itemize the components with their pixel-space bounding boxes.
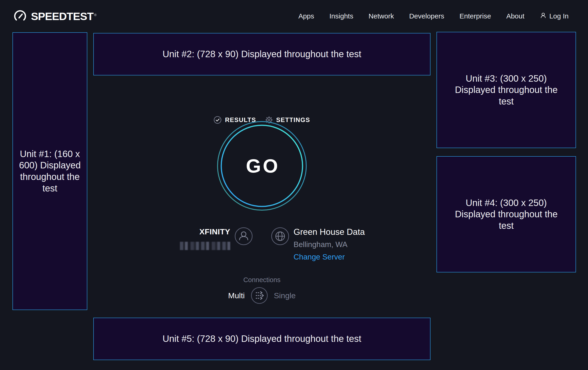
change-server-link[interactable]: Change Server xyxy=(294,252,345,261)
nav-item-network[interactable]: Network xyxy=(368,12,394,20)
isp-block: XFINITY xyxy=(180,227,253,250)
connections-toggle-row: Multi Single xyxy=(93,287,430,304)
multi-connection-arrows-icon[interactable] xyxy=(251,287,268,304)
ad-unit-1-skyscraper[interactable]: Unit #1: (160 x 600) Displayed throughou… xyxy=(12,32,87,310)
ad-unit-2-text: Unit #2: (728 x 90) Displayed throughout… xyxy=(163,49,361,60)
login-link[interactable]: Log In xyxy=(540,12,569,20)
speedtest-logo[interactable]: SPEEDTEST® xyxy=(13,9,96,23)
connections-single-option[interactable]: Single xyxy=(274,291,296,300)
ad-unit-1-text: Unit #1: (160 x 600) Displayed throughou… xyxy=(15,148,84,194)
server-block: Green House Data Bellingham, WA Change S… xyxy=(271,227,365,261)
trademark-symbol: ® xyxy=(94,13,96,17)
ad-unit-3-rectangle[interactable]: Unit #3: (300 x 250) Displayed throughou… xyxy=(437,32,576,148)
logo-wordmark: SPEEDTEST® xyxy=(31,10,96,23)
go-button[interactable]: GO xyxy=(217,121,307,211)
globe-icon xyxy=(271,227,289,246)
ad-unit-2-banner[interactable]: Unit #2: (728 x 90) Displayed throughout… xyxy=(93,33,430,75)
connections-multi-option[interactable]: Multi xyxy=(228,291,245,300)
ad-unit-3-text: Unit #3: (300 x 250) Displayed throughou… xyxy=(451,73,562,107)
nav-item-insights[interactable]: Insights xyxy=(329,12,353,20)
server-location: Bellingham, WA xyxy=(294,240,365,249)
nav-item-enterprise[interactable]: Enterprise xyxy=(459,12,491,20)
main-nav: Apps Insights Network Developers Enterpr… xyxy=(298,12,569,20)
ad-unit-5-banner[interactable]: Unit #5: (728 x 90) Displayed throughout… xyxy=(93,318,430,360)
nav-item-developers[interactable]: Developers xyxy=(409,12,444,20)
isp-name: XFINITY xyxy=(180,227,230,236)
main-content: Unit #2: (728 x 90) Displayed throughout… xyxy=(93,32,430,370)
ad-unit-4-rectangle[interactable]: Unit #4: (300 x 250) Displayed throughou… xyxy=(437,156,576,272)
user-circle-icon xyxy=(234,227,253,246)
nav-item-apps[interactable]: Apps xyxy=(298,12,314,20)
nav-item-about[interactable]: About xyxy=(506,12,524,20)
speedtest-gauge-icon xyxy=(13,9,27,23)
server-name: Green House Data xyxy=(294,227,365,237)
user-icon xyxy=(540,12,547,20)
connections-label: Connections xyxy=(93,275,430,284)
ad-unit-4-text: Unit #4: (300 x 250) Displayed throughou… xyxy=(451,197,562,232)
login-label: Log In xyxy=(549,12,569,20)
ad-unit-5-text: Unit #5: (728 x 90) Displayed throughout… xyxy=(163,333,361,345)
header: SPEEDTEST® Apps Insights Network Develop… xyxy=(0,0,588,32)
go-label: GO xyxy=(217,121,307,211)
isp-detail-redacted xyxy=(180,242,230,250)
